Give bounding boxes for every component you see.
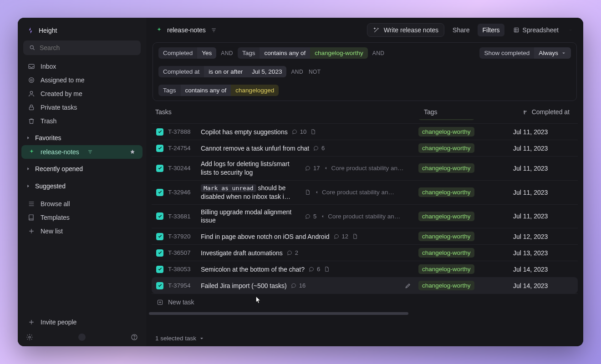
filter-completed-at[interactable]: Completed at is on or after Jul 5, 2023 [158,66,286,77]
share-button[interactable]: Share [448,24,474,36]
task-row[interactable]: T-37954 Failed Jira import (~500 tasks) … [152,277,578,293]
task-row[interactable]: T-24754 Cannot remove a task unfurl from… [152,140,578,156]
task-tags[interactable]: changelog-worthy [418,163,500,173]
task-id: T-33681 [168,213,196,220]
more-icon[interactable] [567,26,574,34]
task-checkbox[interactable] [156,189,163,196]
svg-point-4 [30,91,32,94]
search-input-wrapper[interactable] [23,40,141,55]
app-brand[interactable]: Height [21,20,143,40]
task-id: T-36507 [168,249,196,256]
chevron-right-icon [26,136,31,140]
search-icon [29,44,36,51]
svg-point-6 [29,336,31,338]
status-bar[interactable]: 1 selected task [146,330,583,346]
task-tags[interactable]: changelog-worthy [418,143,500,153]
col-header-tags[interactable]: Tags [424,108,506,116]
show-completed-toggle[interactable]: Show completed Always [479,47,571,59]
task-completed-at: Jul 11, 2023 [505,212,573,220]
task-id: T-32946 [168,189,196,196]
task-tags[interactable]: changelog-worthy [418,212,500,221]
edit-icon[interactable] [405,283,411,289]
sidebar-item-label: Invite people [41,318,76,326]
filter-icon[interactable] [210,26,218,34]
task-row[interactable]: T-32946 Mark as unread should be disable… [152,180,578,204]
filter-completed[interactable]: Completed Yes [158,47,216,59]
task-title: Billing upgrade modal alignment issue [201,208,301,225]
breadcrumb: Core product stability an… [314,189,394,196]
sidebar-item-label: Templates [41,214,70,221]
sidebar-item-invite[interactable]: Invite people [21,315,143,329]
write-release-notes-button[interactable]: Write release notes [367,23,444,37]
sidebar-item-created[interactable]: Created by me [21,87,143,101]
svg-rect-5 [29,107,33,110]
filter-tags[interactable]: Tags contains any of changelog-worthy [238,47,368,59]
topbar: release-notes Write release notes Share … [146,18,583,42]
task-row[interactable]: T-37920 Find in page above notch on iOS … [152,228,578,244]
gear-icon[interactable] [26,334,33,341]
task-checkbox[interactable] [156,233,163,240]
task-checkbox[interactable] [156,145,163,152]
task-row[interactable]: T-38053 Semicolon at the bottom of the c… [152,261,578,277]
star-icon[interactable] [129,148,136,156]
sidebar-item-label: Assigned to me [41,76,85,84]
task-tags[interactable]: changelog-worthy [418,232,500,241]
sidebar-item-release-notes[interactable]: release-notes [21,145,143,159]
comment-count: 5 [305,213,316,220]
sidebar-section-label: Recently opened [35,165,83,172]
task-checkbox[interactable] [156,165,163,172]
sidebar-section-recent[interactable]: Recently opened [21,162,143,176]
help-icon[interactable] [131,334,138,341]
sparkle-icon [155,26,163,34]
inbox-icon [28,63,35,70]
task-tags[interactable]: changelog-worthy [418,264,500,274]
task-checkbox[interactable] [156,266,163,273]
task-title: Failed Jira import (~500 tasks) [201,282,287,289]
task-tags[interactable]: changelog-worthy [418,127,500,136]
task-checkbox[interactable] [156,249,163,257]
sidebar-section-favorites[interactable]: Favorites [21,131,143,145]
view-title[interactable]: release-notes [155,26,218,34]
search-input[interactable] [40,44,135,51]
task-tags[interactable]: changelog-worthy [418,187,500,197]
task-checkbox[interactable] [156,282,163,289]
task-tags[interactable]: changelog-worthy [418,281,500,290]
task-tags[interactable]: changelog-worthy [418,119,500,120]
sidebar-item-label: Browse all [41,200,70,207]
sidebar-item-label: Private tasks [41,104,77,111]
task-row[interactable]: T-37888 Copilot has empty suggestions 10… [152,123,578,140]
new-task-icon[interactable] [78,334,86,341]
col-header-tasks[interactable]: Tasks [155,108,424,116]
sidebar-item-label: release-notes [41,148,79,156]
sidebar-item-assigned[interactable]: Assigned to me [21,73,143,87]
task-row[interactable]: T-35716 User unable to use Android app c… [152,119,578,123]
sidebar-section-label: Favorites [35,134,61,142]
sidebar-item-templates[interactable]: Templates [21,211,143,224]
filter-icon [87,148,94,156]
task-row[interactable]: T-36507 Investigate draft automations 2 … [152,244,578,261]
doc-icon [324,266,330,272]
sidebar-item-label: Created by me [41,90,82,97]
col-header-completed[interactable]: Completed at [506,108,574,116]
task-row[interactable]: T-30244 Add logs for deleting lists/smar… [152,156,578,180]
horizontal-scrollbar[interactable] [149,312,408,315]
new-task-button[interactable]: New task [152,293,578,310]
task-checkbox[interactable] [156,212,163,220]
task-row[interactable]: T-33681 Billing upgrade modal alignment … [152,204,578,228]
wand-icon [373,26,380,34]
sidebar-item-trash[interactable]: Trash [21,114,143,128]
comment-count: 12 [333,233,348,240]
task-tags[interactable]: changelog-worthy [418,248,500,258]
sidebar-item-private[interactable]: Private tasks [21,101,143,114]
spreadsheet-tab[interactable]: Spreadsheet [508,24,563,36]
sidebar-section-suggested[interactable]: Suggested [21,179,143,193]
filters-tab[interactable]: Filters [478,24,504,36]
task-list[interactable]: T-35716 User unable to use Android app c… [146,119,583,330]
filter-tags-not[interactable]: Tags contains any of changelogged [158,85,279,96]
sidebar-item-browse[interactable]: Browse all [21,197,143,211]
task-title: Semicolon at the bottom of the chat? [201,266,305,273]
sidebar-item-inbox[interactable]: Inbox [21,60,143,73]
breadcrumb: Core product stability an… [320,213,400,220]
sidebar-item-newlist[interactable]: New list [21,224,143,238]
task-checkbox[interactable] [156,128,163,136]
